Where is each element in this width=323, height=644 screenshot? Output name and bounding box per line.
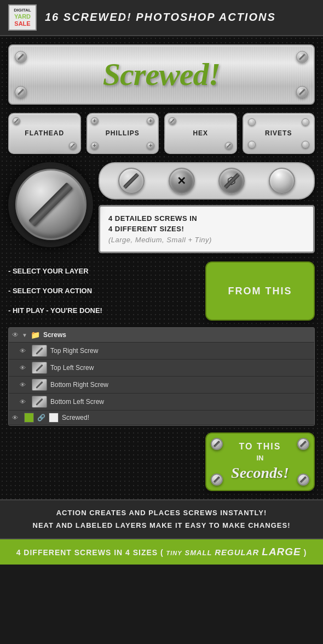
to-this-section: TO THIS IN Seconds! <box>8 432 315 491</box>
instructions-section: - SELECT YOUR LAYER - SELECT YOUR ACTION… <box>8 261 315 321</box>
in-text: IN <box>257 454 264 462</box>
phillips-screw-bl <box>91 142 99 150</box>
from-this-text: FROM THIS <box>228 286 292 297</box>
flathead-screw-br <box>69 142 77 150</box>
layer-thumb-1 <box>32 362 47 374</box>
banner-screw-tl <box>15 51 27 63</box>
hex-screw-br <box>225 142 233 150</box>
layer-name-0: Top Right Screw <box>50 347 98 355</box>
banner-screw-br <box>296 86 308 98</box>
logo-line3: SALE <box>13 20 32 27</box>
seconds-text: Seconds! <box>231 464 289 482</box>
layer-row-0[interactable]: 👁 Top Right Screw <box>9 343 314 360</box>
sizes-regular: REGULAR <box>215 548 259 557</box>
large-screw <box>15 169 86 240</box>
layer-eye-4: 👁 <box>12 414 21 421</box>
banner-text: Screwed! <box>103 56 220 93</box>
sizes-tiny: TINY <box>166 550 182 556</box>
instructions-left: - SELECT YOUR LAYER - SELECT YOUR ACTION… <box>8 261 199 321</box>
layer-eye-1: 👁 <box>20 364 28 371</box>
sizes-small: SMALL <box>185 549 212 557</box>
detail-line3: (Large, Medium, Small + Tiny) <box>108 236 212 244</box>
detail-line1: 4 DETAILED SCREWS IN <box>108 213 305 224</box>
layers-folder-row: 👁 ▼ 📁 Screws <box>9 328 314 343</box>
logo-line1: DIGITAL <box>13 8 32 13</box>
layers-panel: 👁 ▼ 📁 Screws 👁 Top Right Screw 👁 Top Lef… <box>8 327 315 426</box>
layer-eye-2: 👁 <box>20 381 28 388</box>
to-this-screw-bl <box>211 474 223 486</box>
layer-name-3: Bottom Left Screw <box>50 398 104 406</box>
hex-screw-tl <box>169 117 176 125</box>
folder-arrow-icon: ▼ <box>22 332 27 338</box>
mini-screw-x <box>169 168 195 194</box>
detail-line2: 4 DIFFERENT SIZES! <box>108 224 305 235</box>
screw-type-hex: HEX <box>164 113 237 154</box>
phillips-screw-tl <box>91 117 99 125</box>
layer-name-4: Screwed! <box>62 414 89 421</box>
sizes-prefix: 4 DIFFERENT SCREWS <box>16 548 112 557</box>
detail-info-box: 4 DETAILED SCREWS IN 4 DIFFERENT SIZES! … <box>99 205 315 254</box>
footer-line1: ACTION CREATES AND PLACES SCREWS INSTANT… <box>11 507 312 519</box>
sizes-large: LARGE <box>262 546 301 557</box>
instruction-step1: - SELECT YOUR LAYER <box>8 261 199 281</box>
mini-screw-flathead <box>118 168 145 194</box>
header: DIGITAL YARD SALE 16 SCREWED! PHOTOSHOP … <box>0 0 323 36</box>
hex-label: HEX <box>193 129 208 137</box>
main-content: Screwed! FLATHEAD PHILLIPS HEX <box>0 36 323 500</box>
large-screw-container <box>8 162 93 247</box>
to-this-text: TO THIS <box>239 442 281 452</box>
phillips-screw-br <box>147 142 154 150</box>
mini-screw-hex: ⬡ <box>218 168 245 194</box>
detail-section: ⬡ 4 DETAILED SCREWS IN 4 DIFFERENT SIZES… <box>8 162 315 254</box>
layer-thumb-0 <box>32 345 47 357</box>
rivet-br <box>302 141 309 149</box>
phillips-label: PHILLIPS <box>106 129 140 137</box>
layer-eye-3: 👁 <box>20 398 28 405</box>
screw-type-rivets: RIVETS <box>243 113 315 154</box>
screw-type-phillips: PHILLIPS <box>86 113 159 154</box>
sizes-text: 4 DIFFERENT SCREWS IN 4 SIZES ( TINY SMA… <box>11 546 312 558</box>
phillips-screw-tr <box>147 117 154 125</box>
sizes-footer: 4 DIFFERENT SCREWS IN 4 SIZES ( TINY SMA… <box>0 539 323 565</box>
layer-name-2: Bottom Right Screw <box>50 381 108 389</box>
rivet-bl <box>248 141 256 149</box>
right-detail: ⬡ 4 DETAILED SCREWS IN 4 DIFFERENT SIZES… <box>99 162 315 254</box>
layer-thumb-2 <box>32 379 47 391</box>
rivet-tr <box>302 118 309 126</box>
layers-folder-title: Screws <box>43 331 66 339</box>
to-this-screw-br <box>297 474 309 486</box>
from-this-box: FROM THIS <box>205 261 315 321</box>
instruction-step3: - HIT PLAY - YOU'RE DONE! <box>8 301 199 321</box>
header-title: 16 SCREWED! PHOTOSHOP ACTIONS <box>45 11 276 24</box>
layer-row-4[interactable]: 👁 🔗 Screwed! <box>9 411 314 425</box>
to-this-box: TO THIS IN Seconds! <box>205 432 315 491</box>
screw-types-grid: FLATHEAD PHILLIPS HEX RIVETS <box>8 113 315 154</box>
layer-row-3[interactable]: 👁 Bottom Left Screw <box>9 394 314 411</box>
banner-screw-bl <box>15 86 27 98</box>
to-this-screw-tr <box>297 438 309 450</box>
action-footer: ACTION CREATES AND PLACES SCREWS INSTANT… <box>0 499 323 539</box>
to-this-screw-tl <box>211 438 223 450</box>
logo-badge: DIGITAL YARD SALE <box>8 4 37 31</box>
instruction-step2: - SELECT YOUR ACTION <box>8 281 199 301</box>
layer-eye-0: 👁 <box>20 347 28 354</box>
banner-screw-tr <box>296 51 308 63</box>
layer-name-1: Top Left Screw <box>50 364 94 372</box>
flathead-label: FLATHEAD <box>25 129 64 137</box>
layer-row-2[interactable]: 👁 Bottom Right Screw <box>9 377 314 394</box>
chain-icon: 🔗 <box>37 414 45 421</box>
white-swatch <box>49 413 59 423</box>
logo-line2: YARD <box>13 13 32 20</box>
folder-eye-icon: 👁 <box>12 331 19 339</box>
rivet-tl <box>248 118 256 126</box>
screw-type-flathead: FLATHEAD <box>8 113 81 154</box>
flathead-screw-tl <box>13 117 20 125</box>
layer-row-1[interactable]: 👁 Top Left Screw <box>9 360 314 377</box>
layer-thumb-3 <box>32 396 47 408</box>
sizes-inword: IN 4 SIZES ( <box>114 548 166 557</box>
mini-screws-row: ⬡ <box>99 162 315 200</box>
mini-screw-ball <box>269 168 295 194</box>
sizes-close: ) <box>304 548 307 557</box>
rivets-label: RIVETS <box>265 129 292 137</box>
folder-icon: 📁 <box>31 330 40 339</box>
